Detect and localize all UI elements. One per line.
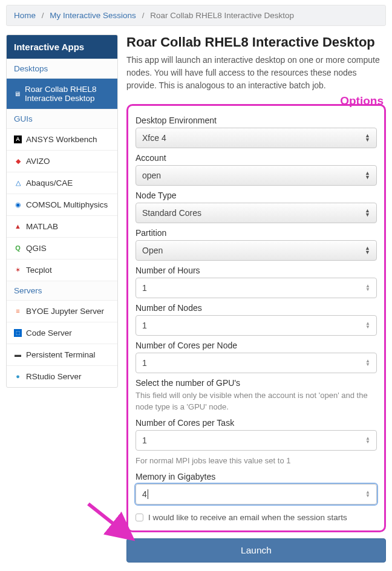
- page-title: Roar Collab RHEL8 Interactive Desktop: [126, 34, 386, 50]
- crumb-sep: /: [139, 11, 148, 20]
- label-desktop-env: Desktop Environment: [136, 116, 377, 125]
- select-partition[interactable]: Open▲▼: [136, 240, 377, 261]
- label-nodes: Number of Nodes: [136, 303, 377, 313]
- sidebar-section-desktops[interactable]: Desktops: [7, 59, 117, 78]
- label-partition: Partition: [136, 228, 377, 238]
- monitor-icon: 🖥: [14, 90, 21, 98]
- sidebar-item-label: MATLAB: [26, 222, 58, 231]
- checkbox-box[interactable]: [136, 514, 143, 521]
- app-icon: Q: [14, 244, 22, 252]
- sidebar-item-tecplot[interactable]: ✶Tecplot: [7, 259, 117, 281]
- stepper-icon[interactable]: ▲▼: [365, 284, 370, 292]
- terminal-icon: ▬: [14, 351, 22, 359]
- input-hours[interactable]: 1▲▼: [136, 278, 377, 298]
- sidebar: Interactive Apps Desktops 🖥 Roar Collab …: [6, 34, 118, 388]
- stepper-icon[interactable]: ▲▼: [365, 359, 370, 367]
- sidebar-item-label: Tecplot: [26, 266, 52, 275]
- sidebar-item-byoe[interactable]: ≡BYOE Jupyter Server: [7, 300, 117, 322]
- select-value: Open: [142, 246, 163, 255]
- sidebar-item-ansys[interactable]: AANSYS Workbench: [7, 128, 117, 150]
- sidebar-item-label: ANSYS Workbench: [26, 135, 97, 144]
- sidebar-item-avizo[interactable]: ◆AVIZO: [7, 150, 117, 172]
- label-cores-node: Number of Cores per Node: [136, 341, 377, 350]
- chevron-updown-icon: ▲▼: [365, 171, 370, 180]
- input-value: 4: [142, 489, 148, 499]
- sidebar-item-label: COMSOL Multiphysics: [26, 200, 108, 209]
- input-cores-node[interactable]: 1▲▼: [136, 353, 377, 373]
- app-icon: ▲: [14, 223, 22, 230]
- input-value: 1: [142, 283, 147, 293]
- stepper-icon[interactable]: ▲▼: [365, 437, 370, 444]
- app-icon: ●: [14, 373, 22, 380]
- app-icon: ≡: [14, 307, 22, 315]
- launch-button[interactable]: Launch: [126, 538, 386, 563]
- chevron-updown-icon: ▲▼: [365, 246, 370, 255]
- footer-note: * The Roar Collab RHEL8 Interactive Desk…: [126, 569, 386, 571]
- select-desktop-env[interactable]: Xfce 4▲▼: [136, 128, 377, 148]
- chevron-updown-icon: ▲▼: [365, 134, 370, 142]
- select-account[interactable]: open▲▼: [136, 165, 377, 186]
- input-memory[interactable]: 4▲▼: [136, 484, 377, 504]
- svg-line-0: [88, 504, 129, 537]
- sidebar-item-label: Code Server: [26, 328, 72, 338]
- breadcrumb: Home / My Interactive Sessions / Roar Co…: [6, 5, 386, 26]
- crumb-sep: /: [38, 11, 48, 20]
- select-value: Standard Cores: [142, 208, 201, 218]
- sidebar-section-servers[interactable]: Servers: [7, 281, 117, 300]
- checkbox-email[interactable]: I would like to receive an email when th…: [136, 509, 377, 523]
- sidebar-item-terminal[interactable]: ▬Persistent Terminal: [7, 344, 117, 365]
- sidebar-item-label: Roar Collab RHEL8 Interactive Desktop: [25, 85, 110, 103]
- sidebar-item-rstudio[interactable]: ●RStudio Server: [7, 365, 117, 387]
- sidebar-item-codeserver[interactable]: ⬚Code Server: [7, 322, 117, 344]
- sidebar-item-matlab[interactable]: ▲MATLAB: [7, 215, 117, 237]
- sidebar-item-comsol[interactable]: ◉COMSOL Multiphysics: [7, 194, 117, 215]
- label-memory: Memory in Gigabytes: [136, 472, 377, 481]
- app-icon: ◉: [14, 201, 22, 209]
- crumb-home[interactable]: Home: [14, 11, 36, 20]
- help-cores-task: For normal MPI jobs leave this value set…: [136, 455, 377, 467]
- label-cores-task: Number of Cores per Task: [136, 418, 377, 428]
- sidebar-item-qgis[interactable]: QQGIS: [7, 237, 117, 259]
- app-icon: ◆: [14, 157, 22, 165]
- sidebar-item-label: Persistent Terminal: [26, 350, 96, 359]
- stepper-icon[interactable]: ▲▼: [365, 322, 370, 329]
- sidebar-item-label: BYOE Jupyter Server: [26, 307, 104, 316]
- crumb-current: Roar Collab RHEL8 Interactive Desktop: [150, 11, 294, 20]
- crumb-sessions[interactable]: My Interactive Sessions: [50, 11, 136, 20]
- page-lead: This app will launch an interactive desk…: [126, 54, 386, 92]
- select-node-type[interactable]: Standard Cores▲▼: [136, 203, 377, 223]
- label-hours: Number of Hours: [136, 266, 377, 275]
- select-value: Xfce 4: [142, 133, 166, 143]
- input-cores-task[interactable]: 1▲▼: [136, 430, 377, 451]
- app-icon: △: [14, 179, 22, 187]
- sidebar-title: Interactive Apps: [7, 35, 117, 59]
- app-icon: A: [14, 135, 22, 143]
- input-value: 1: [142, 358, 147, 368]
- sidebar-section-guis[interactable]: GUIs: [7, 109, 117, 128]
- label-gpus: Select the number of GPU's: [136, 378, 377, 388]
- help-gpus: This field will only be visible when the…: [136, 390, 377, 413]
- select-value: open: [142, 171, 161, 180]
- sidebar-item-abaqus[interactable]: △Abaqus/CAE: [7, 172, 117, 194]
- input-value: 1: [142, 436, 147, 445]
- options-annotation: Options: [126, 94, 384, 108]
- chevron-updown-icon: ▲▼: [365, 209, 370, 217]
- sidebar-item-desktop[interactable]: 🖥 Roar Collab RHEL8 Interactive Desktop: [7, 78, 117, 109]
- input-nodes[interactable]: 1▲▼: [136, 315, 377, 336]
- sidebar-item-label: Abaqus/CAE: [26, 178, 73, 188]
- label-account: Account: [136, 153, 377, 163]
- sidebar-item-label: AVIZO: [26, 157, 50, 166]
- app-icon: ⬚: [14, 329, 22, 337]
- stepper-icon[interactable]: ▲▼: [365, 491, 370, 498]
- app-icon: ✶: [14, 266, 22, 274]
- sidebar-item-label: RStudio Server: [26, 372, 82, 381]
- options-panel: Desktop Environment Xfce 4▲▼ Account ope…: [126, 104, 386, 532]
- sidebar-item-label: QGIS: [26, 244, 47, 253]
- main-content: Roar Collab RHEL8 Interactive Desktop Th…: [126, 34, 386, 571]
- label-node-type: Node Type: [136, 191, 377, 200]
- checkbox-label: I would like to receive an email when th…: [148, 513, 347, 522]
- input-value: 1: [142, 321, 147, 330]
